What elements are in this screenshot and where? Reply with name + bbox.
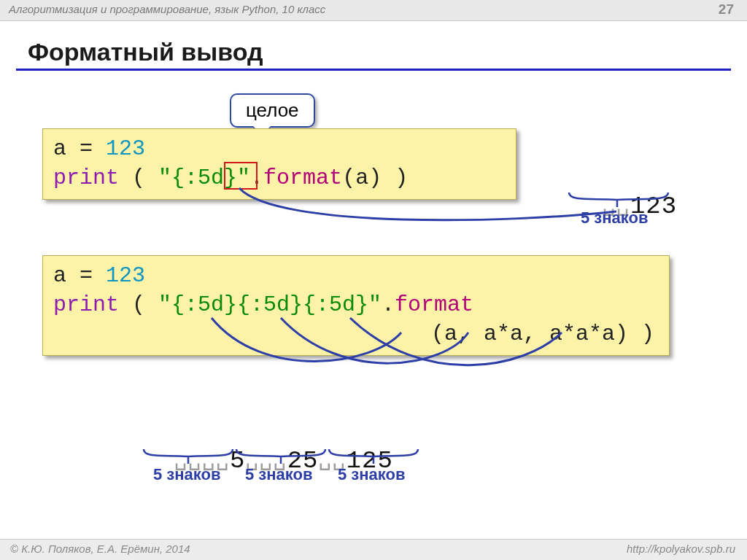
tok-fn: format <box>263 166 342 190</box>
chars-label-2b: 5 знаков <box>245 465 313 484</box>
tok-dot: . <box>382 292 395 317</box>
tok-paren: ( <box>119 166 158 190</box>
chars-label-2a: 5 знаков <box>153 465 221 484</box>
callout-integer: целое <box>230 93 315 128</box>
tok-var: a <box>53 263 66 288</box>
footer-url: http://kpolyakov.spb.ru <box>627 542 735 555</box>
tok-args: (a, a*a, a*a*a) ) <box>431 322 654 346</box>
tok-args: (a) ) <box>342 166 408 190</box>
tok-keyword: print <box>53 292 119 317</box>
brace-icon <box>235 448 327 467</box>
code2-line1: a = 123 <box>53 262 659 291</box>
tok-keyword: print <box>53 166 119 190</box>
tok-eq: = <box>66 136 106 161</box>
tok-num: 123 <box>106 263 145 288</box>
code2-line2: print ( "{:5d}{:5d}{:5d}".format <box>53 291 659 320</box>
page-number: 27 <box>719 1 734 18</box>
breadcrumb: Алгоритмизация и программирование, язык … <box>9 3 325 15</box>
code2-line3: (a, a*a, a*a*a) ) <box>53 320 659 349</box>
chars-label-1: 5 знаков <box>581 209 649 228</box>
tok-eq: = <box>66 263 106 288</box>
footer: © К.Ю. Поляков, Е.А. Ерёмин, 2014 http:/… <box>0 539 747 560</box>
tok-str: "{: <box>158 166 198 190</box>
footer-copyright: © К.Ю. Поляков, Е.А. Ерёмин, 2014 <box>10 542 190 555</box>
tok-str: "{:5d}{:5d}{:5d}" <box>158 292 382 317</box>
code-block-1: a = 123 print ( "{:5d}".format(a) ) <box>42 128 516 200</box>
page-title: Форматный вывод <box>28 38 263 66</box>
brace-icon <box>328 448 419 467</box>
code1-line2: print ( "{:5d}".format(a) ) <box>53 164 506 193</box>
red-highlight-5 <box>224 162 258 190</box>
code1-line1: a = 123 <box>53 135 506 164</box>
title-underline <box>16 69 731 71</box>
tok-paren: ( <box>119 292 158 317</box>
chars-label-2c: 5 знаков <box>338 465 406 484</box>
brace-icon <box>142 448 234 467</box>
brace-icon <box>568 191 670 210</box>
callout-label: целое <box>246 99 299 121</box>
tok-num: 123 <box>106 136 145 161</box>
tok-str-5: 5 <box>198 166 211 190</box>
code-block-2: a = 123 print ( "{:5d}{:5d}{:5d}".format… <box>42 255 670 356</box>
tok-fn: format <box>395 292 473 317</box>
header: Алгоритмизация и программирование, язык … <box>0 0 747 21</box>
tok-var: a <box>53 136 66 161</box>
